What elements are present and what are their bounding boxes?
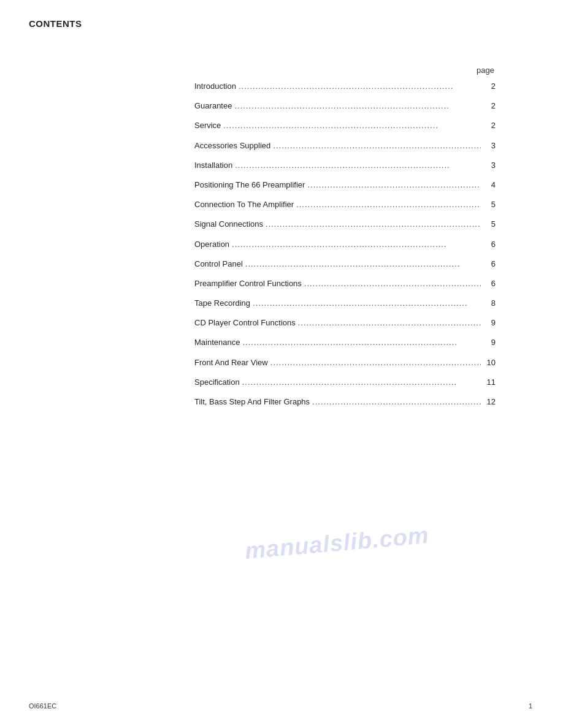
toc-entry-page: 11: [483, 377, 496, 388]
toc-entry: Specification ..........................…: [194, 377, 496, 389]
toc-entry-label: Tilt, Bass Step And Filter Graphs: [194, 396, 310, 408]
toc-entry: Introduction ...........................…: [194, 81, 496, 93]
toc-entry: Preamplifier Control Functions .........…: [194, 278, 496, 290]
toc-entry-dots: ........................................…: [298, 317, 481, 330]
toc-entry-label: Operation: [194, 239, 229, 250]
toc-wrapper: page Introduction ......................…: [194, 66, 496, 416]
toc-entry: Operation ..............................…: [194, 239, 496, 251]
toc-entry-label: Signal Connections: [194, 219, 263, 230]
toc-entry-page: 5: [483, 199, 496, 210]
toc-entry-page: 4: [483, 180, 496, 191]
footer-left: OI661EC: [29, 702, 56, 710]
footer-right: 1: [529, 702, 532, 710]
toc-entry-label: Accessories Supplied: [194, 140, 270, 151]
toc-entry-page: 9: [483, 317, 496, 328]
toc-entry: Tilt, Bass Step And Filter Graphs ......…: [194, 396, 496, 409]
toc-entry-page: 6: [483, 239, 496, 250]
toc-entry-label: CD Player Control Functions: [194, 317, 296, 328]
toc-entry-dots: ........................................…: [223, 120, 481, 132]
toc-entry-page: 10: [483, 357, 496, 368]
toc-entry-page: 5: [483, 219, 496, 230]
toc-entry-dots: ........................................…: [242, 377, 481, 389]
toc-entry-page: 9: [483, 337, 496, 348]
toc-entry: Guarantee ..............................…: [194, 100, 496, 113]
toc-entry-label: Installation: [194, 160, 232, 171]
toc-entry-dots: ........................................…: [304, 278, 481, 290]
toc-entry-page: 6: [483, 278, 496, 289]
toc-entry-label: Front And Rear View: [194, 357, 268, 368]
toc-entry: Control Panel ..........................…: [194, 259, 496, 271]
toc-entry-page: 3: [483, 160, 496, 171]
toc-entry-dots: ........................................…: [273, 140, 481, 153]
toc-entry-dots: ........................................…: [239, 81, 481, 93]
toc-entry-dots: ........................................…: [266, 219, 481, 231]
toc-entry-label: Guarantee: [194, 100, 232, 112]
page-title: CONTENTS: [29, 18, 532, 29]
toc-entry-page: 3: [483, 140, 496, 151]
toc-entry: Service ................................…: [194, 120, 496, 132]
toc-entry: CD Player Control Functions ............…: [194, 317, 496, 330]
watermark-overlay: manualslib.com: [243, 522, 430, 564]
toc-entry-page: 2: [483, 81, 496, 92]
toc-entry-dots: ........................................…: [232, 239, 481, 251]
toc-entry-page: 12: [483, 396, 496, 408]
toc-entry-label: Preamplifier Control Functions: [194, 278, 302, 289]
toc-entry-dots: ........................................…: [307, 180, 481, 192]
toc-entry-dots: ........................................…: [235, 160, 481, 172]
toc-entry-dots: ........................................…: [234, 100, 481, 113]
toc-entry-page: 6: [483, 259, 496, 270]
toc-entry-label: Tape Recording: [194, 298, 250, 309]
toc-entry-dots: ........................................…: [253, 298, 481, 310]
toc-entry-label: Connection To The Amplifier: [194, 199, 294, 210]
page-container: CONTENTS page Introduction .............…: [0, 0, 563, 728]
toc-entry: Accessories Supplied ...................…: [194, 140, 496, 153]
toc-entry-label: Introduction: [194, 81, 236, 92]
toc-entry: Installation ...........................…: [194, 160, 496, 172]
footer: OI661EC 1: [29, 702, 532, 710]
toc-entry-page: 8: [483, 298, 496, 309]
toc-entry-dots: ........................................…: [296, 199, 481, 211]
toc-entry-dots: ........................................…: [242, 337, 481, 349]
toc-entry: Tape Recording .........................…: [194, 298, 496, 310]
toc-entry-label: Positioning The 66 Preamplifier: [194, 180, 305, 191]
toc-entry: Signal Connections .....................…: [194, 219, 496, 231]
toc-entry: Front And Rear View ....................…: [194, 357, 496, 370]
page-label-row: page: [194, 66, 496, 75]
toc-entry-page: 2: [483, 120, 496, 131]
page-column-header: page: [477, 66, 494, 75]
toc-entry-label: Maintenance: [194, 337, 240, 348]
toc-entry-label: Service: [194, 120, 221, 131]
toc-entry: Connection To The Amplifier ............…: [194, 199, 496, 211]
toc-entry: Positioning The 66 Preamplifier ........…: [194, 180, 496, 192]
toc-entry-dots: ........................................…: [270, 357, 481, 370]
toc-entry: Maintenance ............................…: [194, 337, 496, 349]
toc-entry-dots: ........................................…: [245, 259, 481, 271]
toc-entry-label: Control Panel: [194, 259, 243, 270]
toc-entry-label: Specification: [194, 377, 240, 388]
toc-entry-dots: ........................................…: [312, 396, 481, 409]
toc-entry-page: 2: [483, 100, 496, 112]
